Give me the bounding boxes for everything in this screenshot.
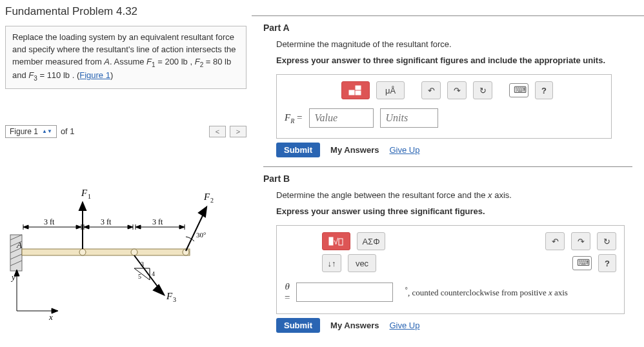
svg-marker-15 [199, 207, 206, 217]
part-a-submit-button[interactable]: Submit [276, 143, 320, 157]
figure-of-label: of 1 [61, 126, 75, 136]
vec-button[interactable]: vec [348, 254, 376, 272]
figure-selector-label: Figure 1 [10, 127, 38, 136]
part-b-submit-button[interactable]: Submit [276, 318, 320, 333]
part-a-instr: Express your answer to three significant… [276, 55, 632, 65]
svg-rect-6 [22, 249, 190, 255]
units-mu-button[interactable]: μÅ [376, 81, 405, 99]
part-b-units-suffix: °, counted counterclockwise from positiv… [399, 285, 616, 299]
svg-text:2: 2 [210, 197, 214, 204]
svg-text:3 ft: 3 ft [44, 217, 55, 226]
greek-button[interactable]: ΑΣΦ [357, 232, 385, 250]
svg-marker-36 [23, 225, 28, 229]
reset-button[interactable]: ↻ [473, 81, 492, 99]
figure-stepper-icon[interactable]: ▲▼ [42, 129, 52, 134]
sqrt-template-button[interactable]: √ [322, 232, 350, 250]
svg-marker-23 [134, 268, 150, 280]
part-b-give-up[interactable]: Give Up [389, 321, 419, 330]
svg-text:3: 3 [141, 261, 144, 268]
svg-rect-54 [356, 91, 361, 95]
part-b-instr: Express your answer using three signific… [276, 206, 632, 216]
svg-text:F: F [166, 291, 173, 301]
svg-text:4: 4 [152, 270, 155, 277]
undo-button-b[interactable]: ↶ [545, 232, 565, 250]
part-a-my-answers: My Answers [330, 145, 379, 155]
svg-text:A: A [16, 240, 22, 250]
undo-button[interactable]: ↶ [421, 81, 441, 99]
part-a-lhs: FR = [285, 112, 303, 124]
svg-marker-37 [76, 225, 81, 229]
svg-point-8 [131, 249, 137, 255]
part-b-my-answers: My Answers [330, 321, 379, 330]
part-b-lhs: θ = [285, 281, 290, 303]
svg-marker-20 [154, 285, 164, 295]
svg-point-7 [79, 249, 86, 255]
problem-title: Fundamental Problem 4.32 [5, 5, 247, 18]
keyboard-icon[interactable] [509, 83, 528, 97]
help-button[interactable]: ? [535, 81, 553, 99]
figure-diagram: F1 F2 30° F3 3 4 5 [5, 170, 237, 338]
svg-marker-38 [84, 225, 89, 229]
part-a-give-up[interactable]: Give Up [389, 145, 419, 155]
svg-rect-52 [349, 90, 354, 95]
reset-button-b[interactable]: ↻ [597, 232, 616, 250]
svg-text:F: F [203, 192, 210, 202]
svg-marker-40 [136, 225, 141, 229]
svg-text:5: 5 [138, 273, 141, 280]
svg-marker-39 [128, 225, 133, 229]
figure-next-button[interactable]: > [230, 126, 247, 137]
svg-rect-57 [339, 239, 343, 245]
part-a-answer-box: μÅ ↶ ↷ ↻ ? FR = [276, 74, 612, 139]
svg-marker-11 [79, 203, 86, 210]
svg-text:y: y [10, 272, 15, 282]
part-a-value-input[interactable] [309, 108, 374, 128]
svg-rect-55 [329, 237, 333, 245]
svg-text:F: F [81, 188, 88, 198]
svg-rect-53 [356, 86, 361, 90]
svg-text:1: 1 [88, 193, 91, 200]
part-b-sub: Determine the angle between the resultan… [276, 190, 632, 200]
svg-text:3 ft: 3 ft [152, 217, 163, 226]
arrows-button[interactable]: ↓↑ [322, 254, 341, 272]
part-a-sub: Determine the magnitude of the resultant… [276, 39, 632, 49]
problem-statement: Replace the loading system by an equival… [5, 26, 247, 89]
problem-text: Replace the loading system by an equival… [12, 32, 236, 80]
redo-button-b[interactable]: ↷ [571, 232, 590, 250]
redo-button[interactable]: ↷ [447, 81, 467, 99]
help-button-b[interactable]: ? [598, 254, 616, 272]
keyboard-icon-b[interactable] [572, 256, 592, 270]
svg-text:√: √ [334, 237, 339, 246]
svg-text:30°: 30° [196, 231, 206, 239]
figure-prev-button[interactable]: < [209, 126, 226, 137]
part-b-title: Part B [263, 174, 632, 184]
figure-link[interactable]: Figure 1 [79, 70, 110, 80]
svg-text:3: 3 [173, 296, 176, 303]
part-b-answer-box: √ ΑΣΦ ↶ ↷ ↻ ↓↑ vec ? θ = [276, 225, 625, 314]
part-b-value-input[interactable] [296, 283, 393, 302]
svg-marker-41 [179, 225, 185, 229]
part-a-units-input[interactable] [380, 108, 438, 128]
svg-text:3 ft: 3 ft [101, 217, 112, 226]
template-button[interactable] [341, 81, 370, 99]
part-a-title: Part A [263, 23, 632, 33]
figure-selector[interactable]: Figure 1 ▲▼ [5, 125, 57, 138]
svg-text:x: x [48, 312, 53, 322]
